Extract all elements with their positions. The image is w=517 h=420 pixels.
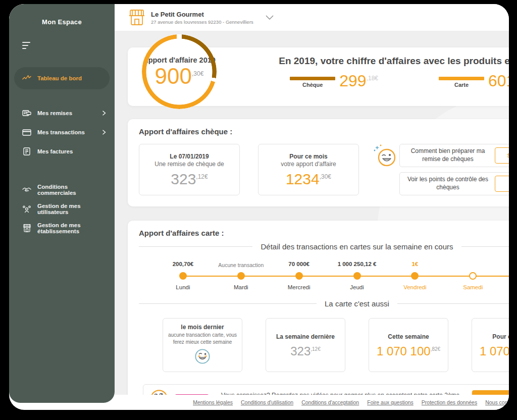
day-dot[interactable]: [411, 272, 419, 280]
timeline-day-jeudi: 1 000 250,12 € Jeudi: [328, 261, 386, 290]
card-value: 323,12€: [290, 345, 321, 357]
month-amount: 1234,30€: [286, 172, 331, 187]
sidebar-item-mes-remises[interactable]: Mes remises: [9, 103, 115, 123]
day-value: Aucune transaction: [218, 261, 264, 269]
sidebar-menu: Mes remises Mes transactions Mes facture…: [9, 103, 115, 238]
week-divider-label: Détail des transactions en cartes sur la…: [261, 242, 453, 251]
cheque-section-card: Apport d'affaires chèque : Le 07/01/2019…: [128, 119, 509, 206]
day-label: Samedi: [463, 284, 483, 290]
winking-face-icon: [373, 144, 396, 170]
overview-right: En 2019, votre chiffre d'affaires avec l…: [241, 47, 509, 89]
guide-text: Comment bien préparer ma remise de chèqu…: [406, 147, 490, 163]
deposit-caption: Une remise de chèque de: [154, 161, 224, 168]
footer-link-conditions-acceptation[interactable]: Conditions d'acceptation: [301, 399, 359, 405]
store-address: 27 avenue des louvresses 92230 - Gennevi…: [151, 19, 253, 25]
carte-stat-cards: le mois dernier aucune transaction carte…: [139, 318, 509, 372]
day-value: 1 000 250,12 €: [338, 261, 377, 269]
app-window: Mon Espace Tableau de bord Mes remises M…: [9, 4, 509, 410]
store-icon: [128, 10, 146, 26]
last-deposit-box: Le 07/01/2019 Une remise de chèque de 32…: [139, 144, 240, 195]
chevron-down-icon: [266, 15, 274, 20]
sidebar-item-label: Conditions commerciales: [37, 184, 107, 196]
sidebar-item-label: Tableau de bord: [37, 75, 82, 81]
timeline-day-dimanche: Dimanche: [502, 261, 509, 290]
chevron-right-icon: [101, 130, 107, 135]
invoice-icon: [22, 147, 31, 156]
day-dot[interactable]: [237, 272, 245, 280]
month-caption: votre apport d'affaire: [281, 161, 336, 168]
carte-section-card: Apport d'affaires carte : Détail des tra…: [128, 221, 509, 395]
day-value: 1€: [411, 261, 418, 269]
chevron-right-icon: [101, 111, 107, 116]
store-selector[interactable]: Le Petit Gourmet 27 avenue des louvresse…: [128, 10, 274, 26]
footer-link-nous-contacter[interactable]: Nous contacter: [485, 399, 509, 405]
carte-amount: 601,12€: [488, 73, 509, 89]
card-title: le mois dernier: [181, 324, 224, 331]
voir-button[interactable]: VOIR: [495, 176, 509, 192]
footer-link-protection-donnees[interactable]: Protection des données: [422, 399, 477, 405]
timeline-day-lundi: 200,70€ Lundi: [154, 261, 212, 290]
sidebar-item-label: Gestion de mes établissements: [37, 222, 107, 234]
sidebar-item-gestion-etablissements[interactable]: Gestion de mes établissements: [9, 219, 115, 238]
deposit-date: Le 07/01/2019: [170, 153, 209, 160]
week-divider: Détail des transactions en cartes sur la…: [139, 242, 509, 251]
cheque-section-title: Apport d'affaires chèque :: [139, 127, 509, 136]
sidebar-item-label: Mes transactions: [37, 129, 101, 135]
footer: Mentions légales Conditions d'utilisatio…: [115, 395, 509, 410]
cheque-label: Chèque: [290, 82, 335, 88]
sidebar-item-mes-transactions[interactable]: Mes transactions: [9, 123, 115, 142]
annual-revenue-gauge: Apport d'affaire 2019 900,30€: [142, 34, 217, 109]
footer-link-faq[interactable]: Foire aux questions: [367, 399, 413, 405]
aussi-divider: La carte c'est aussi: [139, 299, 509, 308]
sidebar-item-label: Gestion de mes utilisateurs: [37, 203, 107, 215]
sidebar-item-gestion-utilisateurs[interactable]: Gestion de mes utilisateurs: [9, 199, 115, 219]
timeline-day-mercredi: 70 000€ Mercredi: [270, 261, 328, 290]
suivez-le-guide-button[interactable]: SUIVEZ LE GUIDE: [495, 147, 509, 164]
worried-face-icon: [194, 348, 211, 366]
sidebar-item-mes-factures[interactable]: Mes factures: [9, 142, 115, 161]
month-title: Pour ce mois: [289, 153, 327, 160]
gauge-ring: [142, 34, 217, 109]
conecs-logo: CON3CS: [175, 394, 209, 395]
day-dot[interactable]: [295, 272, 303, 280]
users-icon: [22, 204, 31, 214]
guide-text: Voir les points de contrôle des chèques: [406, 176, 490, 191]
footer-link-mentions-legales[interactable]: Mentions légales: [193, 399, 233, 405]
sidebar-toggle-icon[interactable]: [22, 42, 31, 49]
day-dot[interactable]: [179, 272, 187, 280]
day-value: 200,70€: [173, 261, 194, 269]
card-value: 1 070 100,82€: [377, 345, 440, 357]
deposit-amount: 323,12€: [171, 172, 208, 187]
last-month-card: le mois dernier aucune transaction carte…: [163, 318, 242, 372]
sidebar-item-label: Mes factures: [37, 148, 107, 154]
timeline-day-vendredi: 1€ Vendredi: [386, 261, 444, 290]
this-month-card: Pour ce mois 1 070 321,12€: [472, 318, 509, 372]
day-dot[interactable]: [353, 272, 361, 280]
overview-card: Apport d'affaire 2019 900,30€ En 2019, v…: [128, 47, 509, 106]
guide-row-controle: Voir les points de contrôle des chèques …: [399, 172, 509, 195]
overview-headline: En 2019, votre chiffre d'affaires avec l…: [241, 56, 509, 67]
card-title: Cette semaine: [388, 333, 429, 340]
dashboard-chart-icon: [22, 74, 31, 83]
day-value: 70 000€: [288, 261, 309, 269]
day-label: Lundi: [176, 284, 190, 290]
card-subtitle: aucune transaction carte, vous ferez mie…: [167, 332, 238, 345]
promo-banner: CON3CS Vous connaissez? Regardez nos vid…: [143, 384, 509, 395]
sidebar-item-conditions-commerciales[interactable]: Conditions commerciales: [9, 180, 115, 199]
cheque-bar: [290, 77, 335, 80]
cheque-guides: Comment bien préparer ma remise de chèqu…: [377, 144, 509, 195]
dashboard-content: Apport d'affaire 2019 900,30€ En 2019, v…: [115, 31, 509, 395]
week-timeline: 200,70€ Lundi Aucune transaction Mardi 7…: [154, 261, 509, 290]
storefront-icon: [22, 224, 31, 233]
footer-link-conditions-utilisation[interactable]: Conditions d'utilisation: [241, 399, 293, 405]
sidebar-item-tableau-de-bord[interactable]: Tableau de bord: [14, 67, 110, 89]
sidebar: Mon Espace Tableau de bord Mes remises M…: [9, 4, 115, 403]
last-week-card: La semaine dernière 323,12€: [266, 318, 345, 372]
cheque-amount: 299,18€: [339, 73, 378, 89]
guide-row-remise: Comment bien préparer ma remise de chèqu…: [399, 144, 509, 167]
day-dot[interactable]: [469, 272, 477, 280]
mettre-a-jour-tpe-button[interactable]: METTRE À JOUR MON TPE: [472, 390, 509, 395]
card-title: La semaine dernière: [276, 333, 335, 340]
cheque-stat: Chèque 299,18€: [290, 73, 378, 89]
card-title: Pour ce mois: [492, 333, 509, 340]
